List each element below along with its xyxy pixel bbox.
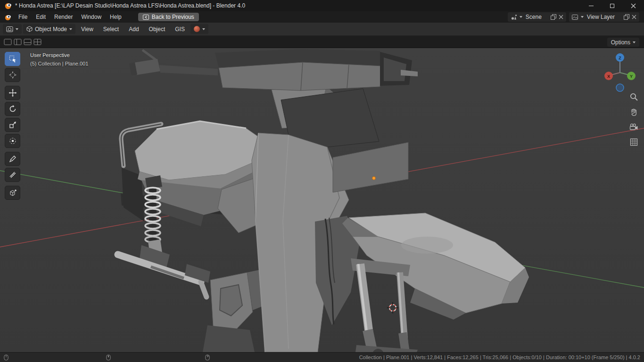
gizmo-z-label: Z [619, 56, 621, 60]
editor-3d-viewport-icon [6, 26, 13, 33]
viewport-nav-buttons [628, 91, 639, 147]
material-sphere-icon [194, 26, 200, 32]
asset-sphere-selector[interactable] [190, 24, 208, 34]
scene-layer-controls: Scene View Layer [508, 12, 644, 22]
view-layer-selector[interactable]: View Layer [569, 12, 639, 22]
pan-button[interactable] [628, 107, 639, 117]
tool-move[interactable] [5, 86, 20, 100]
window-controls [580, 0, 644, 11]
back-to-previous-label: Back to Previous [152, 14, 194, 20]
scene-dropdown-caret[interactable] [520, 16, 522, 18]
scale-icon [8, 121, 17, 129]
hand-icon [629, 107, 638, 116]
back-to-previous-button[interactable]: Back to Previous [138, 13, 199, 21]
unlink-scene-icon[interactable] [559, 15, 563, 19]
origin-point [372, 177, 376, 180]
viewport-header-left: Object Mode View Select Add Object GIS [0, 24, 208, 34]
tool-shelf [5, 52, 21, 202]
layout-preset-icon[interactable] [4, 39, 12, 45]
object-mode-icon [26, 26, 33, 32]
view-layer-icon [572, 14, 578, 20]
rotate-icon [8, 105, 17, 113]
maximize-button[interactable] [602, 0, 623, 11]
remove-view-layer-icon[interactable] [632, 15, 636, 19]
layout-presets [0, 39, 41, 45]
mode-selector[interactable]: Object Mode [23, 24, 75, 34]
close-button[interactable] [623, 0, 644, 11]
gizmo-minus-z-axis [616, 84, 624, 91]
move-icon [8, 89, 17, 97]
editor-type-selector[interactable] [3, 24, 22, 34]
menu-render[interactable]: Render [50, 12, 77, 22]
options-caret [633, 41, 636, 43]
view-perspective-label: User Perspective [30, 52, 70, 58]
menu-file[interactable]: File [14, 12, 32, 22]
mouse-left-icon [4, 354, 8, 361]
cursor-tool-icon [8, 71, 17, 79]
asset-sphere-caret [202, 28, 205, 30]
menu-gis[interactable]: GIS [171, 25, 189, 34]
handlebar-assembly [129, 49, 418, 90]
tool-rotate[interactable] [5, 102, 20, 116]
options-label: Options [611, 39, 630, 46]
zoom-icon [629, 92, 638, 101]
menu-add[interactable]: Add [124, 25, 143, 34]
tool-measure[interactable] [5, 168, 20, 182]
view-layer-name[interactable]: View Layer [586, 14, 621, 20]
options-button[interactable]: Options [607, 38, 639, 47]
new-view-layer-icon[interactable] [624, 14, 629, 20]
ortho-grid-icon [629, 138, 638, 147]
scene-selector[interactable]: Scene [508, 12, 566, 22]
blender-menu-button[interactable] [0, 14, 14, 21]
window-title: * Honda Astrea [E:\LAP Desain Studio\Hon… [15, 2, 245, 9]
navigation-gizmo[interactable]: Z X Y [602, 51, 638, 92]
viewport-3d[interactable]: User Perspective (5) Collection | Plane.… [0, 48, 644, 352]
menu-object[interactable]: Object [145, 25, 170, 34]
transform-icon [8, 137, 17, 145]
scene-statistics: Collection | Plane.001 | Verts:12,841 | … [359, 354, 644, 360]
close-icon [631, 3, 636, 8]
active-object-label: (5) Collection | Plane.001 [30, 61, 88, 66]
scene-icon [511, 14, 517, 20]
annotate-pen-icon [8, 155, 17, 163]
blender-logo-icon [4, 2, 12, 9]
tool-cursor[interactable] [5, 68, 20, 82]
view-layer-dropdown-caret[interactable] [581, 16, 584, 18]
mode-caret [69, 28, 72, 30]
title-bar: * Honda Astrea [E:\LAP Desain Studio\Hon… [0, 0, 644, 11]
tool-add-cube[interactable] [5, 186, 20, 200]
layout-split-vertical-icon[interactable] [14, 39, 22, 45]
scooter-model [118, 49, 529, 352]
menu-bar: File Edit Render Window Help Back to Pre… [0, 11, 644, 23]
ortho-toggle-button[interactable] [628, 137, 639, 147]
viewport-canvas[interactable] [0, 48, 644, 352]
select-box-icon [8, 55, 17, 63]
front-forks [351, 258, 418, 352]
menu-edit[interactable]: Edit [32, 12, 50, 22]
tool-select-box[interactable] [5, 52, 20, 66]
status-bar: Collection | Plane.001 | Verts:12,841 | … [0, 352, 644, 362]
back-screen-icon [143, 15, 149, 20]
menu-select[interactable]: Select [99, 25, 123, 34]
layout-quad-icon[interactable] [33, 39, 41, 45]
camera-icon [629, 123, 638, 132]
zoom-button[interactable] [628, 91, 639, 102]
tool-transform[interactable] [5, 134, 20, 148]
gizmo-x-label: X [607, 74, 610, 79]
tool-annotate[interactable] [5, 152, 20, 166]
layout-split-horizontal-icon[interactable] [24, 39, 32, 45]
add-cube-icon [8, 189, 17, 197]
mode-label: Object Mode [35, 26, 67, 33]
scene-name[interactable]: Scene [525, 14, 548, 20]
mouse-middle-icon [106, 354, 111, 361]
menu-window[interactable]: Window [77, 12, 106, 22]
blender-icon [4, 14, 11, 21]
tool-scale[interactable] [5, 118, 20, 132]
gizmo-y-label: Y [630, 74, 633, 79]
menu-view[interactable]: View [77, 25, 98, 34]
menu-help[interactable]: Help [106, 12, 126, 22]
new-scene-icon[interactable] [551, 14, 556, 20]
asset-bar [0, 36, 644, 48]
camera-view-button[interactable] [628, 122, 639, 132]
minimize-button[interactable] [580, 0, 602, 11]
